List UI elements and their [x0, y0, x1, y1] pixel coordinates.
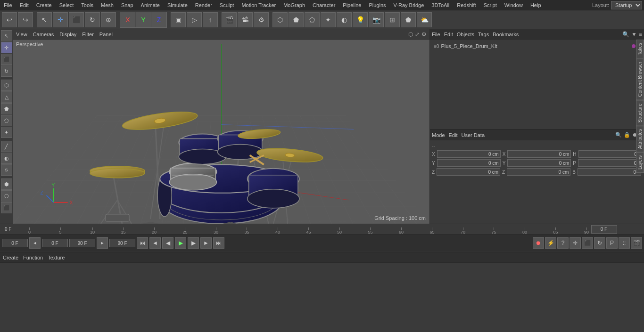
tl-end-field[interactable]	[69, 239, 95, 247]
attr-y-size[interactable]	[507, 159, 571, 167]
x-axis-button[interactable]: X	[120, 12, 135, 27]
attr-z-size[interactable]	[507, 168, 570, 176]
mat-function-menu[interactable]: Function	[23, 255, 43, 260]
primitive-cube-button[interactable]: ⬡	[272, 12, 288, 27]
menu-select[interactable]: Select	[56, 1, 78, 9]
render-button[interactable]: 📽	[238, 12, 253, 27]
tl-scale-key-btn[interactable]: ⬛	[582, 237, 593, 249]
attr-x-pos[interactable]	[437, 150, 501, 158]
tl-autokey-btn[interactable]: ⚡	[545, 237, 556, 249]
menu-tools[interactable]: Tools	[77, 1, 97, 9]
transform-tool-button[interactable]: ⊕	[101, 12, 116, 27]
menu-edit[interactable]: Edit	[16, 1, 33, 9]
deformer-button[interactable]: ✦	[321, 12, 336, 27]
camera-button[interactable]: 📷	[369, 12, 384, 27]
lt-triangle-button[interactable]: △	[1, 91, 12, 103]
attr-x-size[interactable]	[507, 150, 571, 158]
menu-plugins[interactable]: Plugins	[365, 1, 389, 9]
vp-cameras-menu[interactable]: Cameras	[33, 32, 54, 37]
tl-prev-frame-btn[interactable]: ◄	[149, 237, 161, 249]
y-axis-button[interactable]: Y	[136, 12, 151, 27]
menu-file[interactable]: File	[0, 1, 16, 9]
vp-display-menu[interactable]: Display	[59, 32, 76, 37]
takes-tab[interactable]: Takes	[636, 40, 644, 58]
lt-polygon-button[interactable]: ⬡	[1, 80, 12, 91]
object-mode-button[interactable]: ▣	[171, 12, 186, 27]
menu-mesh[interactable]: Mesh	[97, 1, 117, 9]
timeline-ruler-ticks[interactable]: 0 5 10 15 20 25 30 35 40 45 50 55 60 65 …	[28, 224, 590, 235]
content-browser-tab[interactable]: Content Browser	[636, 58, 644, 100]
tl-next-key-btn[interactable]: ▶	[188, 237, 199, 249]
tl-last-frame-btn[interactable]: ⏭	[213, 237, 224, 249]
attr-z-pos[interactable]	[437, 168, 500, 176]
viewport[interactable]: View Cameras Display Filter Panel ⬡ ⤢ ⚙	[13, 29, 429, 224]
menu-3dtall[interactable]: 3DToAll	[428, 1, 453, 9]
menu-character[interactable]: Character	[309, 1, 339, 9]
mat-texture-menu[interactable]: Texture	[48, 255, 65, 260]
render-view-button[interactable]: 🎬	[222, 12, 237, 27]
obj-more-icon[interactable]: ≡	[639, 31, 642, 38]
tl-preview-btn[interactable]: P	[606, 237, 618, 249]
tl-film-btn[interactable]: 🎬	[631, 237, 642, 249]
obj-edit-menu[interactable]: Edit	[444, 32, 453, 37]
menu-script[interactable]: Script	[480, 1, 501, 9]
target-button[interactable]: ⊞	[385, 12, 400, 27]
tl-next-frame-btn[interactable]: ►	[200, 237, 212, 249]
lt-select-button[interactable]: ↖	[1, 30, 12, 41]
mat-create-menu[interactable]: Create	[3, 255, 18, 260]
lt-paint-button[interactable]: ⬡	[1, 190, 12, 202]
vp-expand-icon[interactable]: ⬡	[408, 31, 413, 38]
sky-button[interactable]: ⛅	[417, 12, 432, 27]
menu-vray[interactable]: V-Ray Bridge	[390, 1, 428, 9]
attr-y-pos[interactable]	[437, 159, 501, 167]
drum-kit-object[interactable]: ≡0 Plus_5_Piece_Drum_Kit	[432, 41, 642, 51]
edge-mode-button[interactable]: ↑	[203, 12, 218, 27]
vp-settings-icon[interactable]: ⚙	[421, 31, 427, 38]
tl-first-frame-btn[interactable]: ⏮	[137, 237, 148, 249]
attr-mode-menu[interactable]: Mode	[432, 132, 445, 138]
tl-keyframe-btn[interactable]: ?	[557, 237, 569, 249]
lt-mirror-button[interactable]: ⬛	[1, 202, 12, 213]
lt-line-button[interactable]: ╱	[1, 141, 12, 152]
select-tool-button[interactable]: ↖	[37, 12, 52, 27]
vp-arrows-icon[interactable]: ⤢	[415, 31, 420, 38]
lt-nurbs-button[interactable]: ⬠	[1, 115, 12, 126]
menu-motion-tracker[interactable]: Motion Tracker	[238, 1, 280, 9]
tl-grid-btn[interactable]: ::	[619, 237, 630, 249]
obj-tags-menu[interactable]: Tags	[478, 32, 489, 37]
tl-end-field2[interactable]	[109, 239, 135, 247]
tl-loop-btn[interactable]: ↻	[594, 237, 605, 249]
lt-star-button[interactable]: ✦	[1, 127, 12, 138]
obj-search-icon[interactable]: 🔍	[622, 31, 629, 38]
lt-magnet-button[interactable]: ⬢	[1, 178, 12, 190]
z-axis-button[interactable]: Z	[151, 12, 166, 27]
tl-arrow-right-btn[interactable]: ►	[97, 237, 108, 249]
light-button[interactable]: 💡	[353, 12, 368, 27]
attributes-tab[interactable]: Attributes	[636, 126, 644, 152]
tl-start-field[interactable]	[2, 239, 28, 247]
menu-render[interactable]: Render	[191, 1, 216, 9]
spline-button[interactable]: ⬟	[289, 12, 304, 27]
lt-rotate-button[interactable]: ↻	[1, 65, 12, 77]
rotate-tool-button[interactable]: ↻	[85, 12, 100, 27]
layout-select[interactable]: Startup	[611, 1, 642, 9]
render-settings-button[interactable]: ⚙	[254, 12, 269, 27]
structure-tab[interactable]: Structure	[636, 100, 644, 126]
menu-create[interactable]: Create	[33, 1, 56, 9]
tl-record-btn[interactable]: ⏺	[533, 237, 544, 249]
tl-prev-key-btn[interactable]: ◀	[162, 237, 173, 249]
lt-scale-button[interactable]: ⬛	[1, 54, 12, 65]
move-tool-button[interactable]: ✛	[53, 12, 68, 27]
obj-objects-menu[interactable]: Objects	[457, 32, 474, 37]
menu-help[interactable]: Help	[527, 1, 545, 9]
polygon-mode-button[interactable]: ▷	[187, 12, 202, 27]
attr-lock-icon[interactable]: 🔒	[624, 132, 630, 138]
attr-edit-menu[interactable]: Edit	[449, 132, 458, 138]
menu-simulate[interactable]: Simulate	[164, 1, 191, 9]
menu-sculpt[interactable]: Sculpt	[216, 1, 238, 9]
nurbs-button[interactable]: ⬠	[305, 12, 320, 27]
attr-search-icon[interactable]: 🔍	[615, 132, 622, 138]
attr-userdata-menu[interactable]: User Data	[462, 132, 485, 138]
attr-h-rot[interactable]	[578, 150, 642, 158]
vp-panel-menu[interactable]: Panel	[99, 32, 113, 37]
